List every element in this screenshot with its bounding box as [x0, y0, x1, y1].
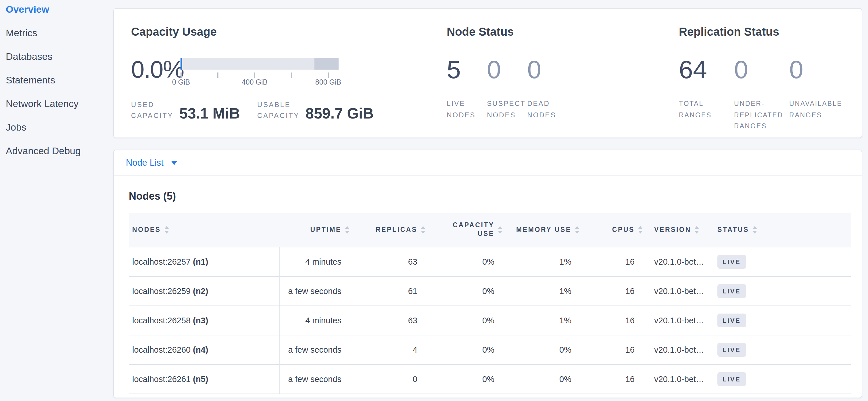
node-address-cell: localhost:26261 (n5)	[129, 364, 279, 394]
sidebar-item-metrics[interactable]: Metrics	[6, 27, 114, 39]
usable-capacity-value: 859.7 GiB	[306, 105, 374, 121]
table-row-n2[interactable]: localhost:26259 (n2) a few seconds 61 0%…	[129, 276, 851, 306]
total-ranges-stat: 64 TOTAL RANGES	[679, 54, 727, 132]
sort-icon	[752, 226, 757, 233]
version-cell: v20.1.0-bet…	[646, 276, 713, 306]
status-cell: LIVE	[713, 247, 851, 276]
unavailable-ranges-stat: 0 UNAVAILABLE RANGES	[789, 54, 838, 132]
usable-capacity-label: USABLE CAPACITY	[257, 99, 306, 121]
uptime-cell: a few seconds	[279, 364, 353, 394]
column-header-replicas[interactable]: REPLICAS	[353, 213, 429, 247]
capacity-use-cell: 0%	[429, 364, 506, 394]
axis-label-800: 800 GiB	[315, 78, 341, 86]
column-header-uptime[interactable]: UPTIME	[279, 213, 353, 247]
uptime-cell: a few seconds	[279, 276, 353, 306]
version-cell: v20.1.0-bet…	[646, 306, 713, 335]
uptime-cell: 4 minutes	[279, 306, 353, 335]
uptime-cell: a few seconds	[279, 335, 353, 364]
node-status-title: Node Status	[447, 25, 679, 38]
column-header-capacity-use[interactable]: CAPACITY USE	[429, 213, 506, 247]
suspect-nodes-stat: 0 SUSPECT NODES	[487, 54, 521, 121]
memory-use-cell: 1%	[506, 276, 583, 306]
replicas-cell: 63	[353, 247, 429, 276]
sidebar-item-network-latency[interactable]: Network Latency	[6, 98, 114, 110]
used-capacity-label: USED CAPACITY	[131, 99, 179, 121]
version-cell: v20.1.0-bet…	[646, 335, 713, 364]
cpus-cell: 16	[583, 335, 646, 364]
capacity-bar-chart: 0 GiB 400 GiB 800 GiB	[181, 58, 339, 87]
column-header-cpus[interactable]: CPUS	[583, 213, 646, 247]
capacity-bar	[181, 58, 339, 69]
under-replicated-ranges-value: 0	[734, 54, 782, 86]
replicas-cell: 63	[353, 306, 429, 335]
axis-label-400: 400 GiB	[242, 78, 268, 86]
sidebar-item-overview[interactable]: Overview	[6, 3, 114, 16]
replication-status-section: Replication Status 64 TOTAL RANGES 0 UND…	[679, 25, 844, 138]
db-console-overview-page: Overview Metrics Databases Statements Ne…	[0, 0, 868, 401]
node-address-cell: localhost:26259 (n2)	[129, 276, 279, 306]
status-badge: LIVE	[717, 343, 746, 356]
table-row-n3[interactable]: localhost:26258 (n3) 4 minutes 63 0% 1% …	[129, 306, 851, 335]
capacity-use-cell: 0%	[429, 335, 506, 364]
column-header-version[interactable]: VERSION	[646, 213, 713, 247]
status-badge: LIVE	[717, 255, 746, 268]
table-row-n4[interactable]: localhost:26260 (n4) a few seconds 4 0% …	[129, 335, 851, 364]
status-badge: LIVE	[717, 372, 746, 386]
sort-icon	[164, 226, 169, 233]
under-replicated-ranges-label: UNDER-REPLICATED RANGES	[734, 98, 782, 132]
column-header-status[interactable]: STATUS	[713, 213, 851, 247]
table-header-row: NODES UPTIME REPLICAS CAPACITY USE MEMOR…	[129, 213, 851, 247]
sort-icon	[498, 226, 502, 233]
node-list-dropdown-label: Node List	[126, 157, 163, 168]
status-cell: LIVE	[713, 335, 851, 364]
live-nodes-value: 5	[447, 54, 481, 86]
live-nodes-stat: 5 LIVE NODES	[447, 54, 481, 121]
unavailable-ranges-label: UNAVAILABLE RANGES	[789, 98, 838, 121]
status-badge: LIVE	[717, 313, 746, 327]
chevron-down-icon	[172, 161, 177, 165]
sidebar-item-databases[interactable]: Databases	[6, 51, 114, 63]
status-cell: LIVE	[713, 306, 851, 335]
column-header-memory-use[interactable]: MEMORY USE	[506, 213, 583, 247]
memory-use-cell: 0%	[506, 364, 583, 394]
memory-use-cell: 1%	[506, 306, 583, 335]
axis-label-0: 0 GiB	[172, 78, 190, 86]
sidebar-nav: Overview Metrics Databases Statements Ne…	[0, 0, 114, 169]
used-capacity-value: 53.1 MiB	[179, 105, 240, 121]
cluster-summary-card: Capacity Usage 0.0% 0 GiB 400 GiB 800 Gi…	[113, 8, 862, 138]
status-cell: LIVE	[713, 364, 851, 394]
sidebar-item-statements[interactable]: Statements	[6, 74, 114, 86]
capacity-use-cell: 0%	[429, 306, 506, 335]
column-header-nodes[interactable]: NODES	[129, 213, 279, 247]
replicas-cell: 0	[353, 364, 429, 394]
sort-icon	[345, 226, 349, 233]
memory-use-cell: 1%	[506, 247, 583, 276]
view-selector-row: Node List	[114, 150, 862, 176]
nodes-count-heading: Nodes (5)	[129, 190, 862, 202]
sort-icon	[421, 226, 425, 233]
sidebar-item-advanced-debug[interactable]: Advanced Debug	[6, 145, 114, 157]
capacity-bar-reserved-segment	[314, 58, 339, 69]
uptime-cell: 4 minutes	[279, 247, 353, 276]
capacity-use-cell: 0%	[429, 247, 506, 276]
capacity-usage-title: Capacity Usage	[131, 25, 447, 38]
replicas-cell: 4	[353, 335, 429, 364]
live-nodes-label: LIVE NODES	[447, 98, 481, 121]
table-row-n5[interactable]: localhost:26261 (n5) a few seconds 0 0% …	[129, 364, 851, 394]
node-list-dropdown[interactable]: Node List	[126, 157, 177, 168]
under-replicated-ranges-stat: 0 UNDER-REPLICATED RANGES	[734, 54, 782, 132]
sort-icon	[695, 226, 699, 233]
memory-use-cell: 0%	[506, 335, 583, 364]
cpus-cell: 16	[583, 364, 646, 394]
table-row-n1[interactable]: localhost:26257 (n1) 4 minutes 63 0% 1% …	[129, 247, 851, 276]
capacity-axis-ticks	[181, 71, 339, 78]
version-cell: v20.1.0-bet…	[646, 364, 713, 394]
cpus-cell: 16	[583, 306, 646, 335]
capacity-use-cell: 0%	[429, 276, 506, 306]
capacity-bar-used-segment	[181, 58, 182, 69]
node-list-card: Node List Nodes (5) NODES UPTIME REPLICA…	[113, 150, 862, 398]
sort-icon	[575, 226, 580, 233]
sort-icon	[638, 226, 643, 233]
cpus-cell: 16	[583, 276, 646, 306]
sidebar-item-jobs[interactable]: Jobs	[6, 121, 114, 134]
